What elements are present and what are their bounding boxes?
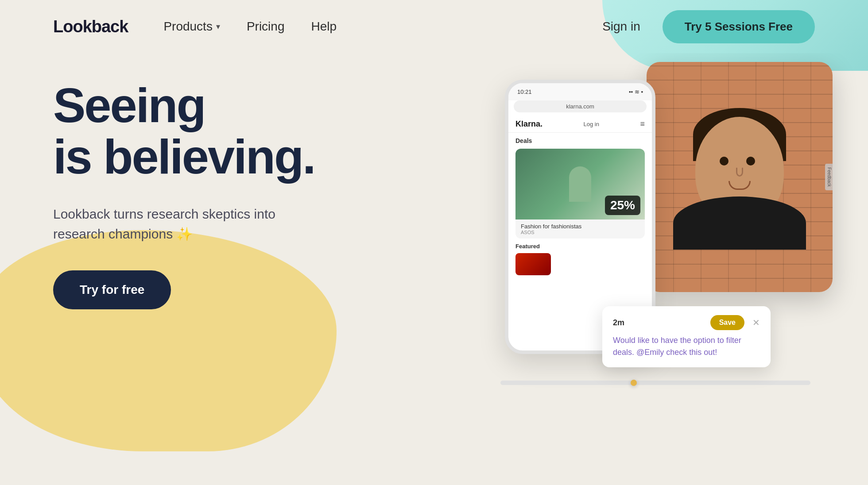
hero-image-area: Feedback 10:21 ▪▪ ≋ ▪ klarna.com Klarna.…: [478, 62, 833, 394]
nav-help[interactable]: Help: [311, 19, 337, 34]
featured-thumbnail: [515, 253, 551, 275]
progress-indicator: [631, 380, 637, 386]
comment-close-button[interactable]: ✕: [752, 317, 760, 328]
menu-icon[interactable]: ≡: [640, 119, 645, 129]
featured-label: Featured: [515, 243, 645, 250]
phone-icons: ▪▪ ≋ ▪: [629, 89, 643, 95]
chevron-down-icon: ▾: [216, 22, 220, 31]
hero-section: Seeing is believing. Lookback turns rese…: [0, 53, 868, 451]
comment-bubble: 2m Save ✕ Would like to have the option …: [602, 306, 771, 367]
phone-status-bar: 10:21 ▪▪ ≋ ▪: [508, 83, 652, 100]
comment-save-button[interactable]: Save: [710, 315, 744, 330]
shoulder-shape: [673, 196, 806, 250]
phone-content: Deals 25% Fashion for fashionistas ASOS …: [508, 133, 652, 280]
person-face: [678, 99, 802, 241]
nav-products[interactable]: Products ▾: [163, 19, 220, 34]
nose-shape: [736, 168, 743, 177]
comment-actions: Save ✕: [710, 315, 760, 330]
comment-header: 2m Save ✕: [613, 315, 760, 330]
deal-person-silhouette: [569, 166, 591, 202]
deal-discount-badge: 25%: [605, 196, 640, 215]
klarna-logo: Klarna.: [515, 119, 542, 129]
hero-content: Seeing is believing. Lookback turns rese…: [53, 80, 363, 309]
hero-subtitle: Lookback turns research skeptics into re…: [53, 204, 319, 244]
main-nav: Lookback Products ▾ Pricing Help Sign in…: [0, 0, 868, 53]
deal-text-area: Fashion for fashionistas ASOS: [515, 219, 645, 239]
deal-brand: ASOS: [521, 230, 639, 235]
try-sessions-button[interactable]: Try 5 Sessions Free: [663, 10, 815, 43]
brand-logo[interactable]: Lookback: [53, 17, 128, 36]
deal-title: Fashion for fashionistas: [521, 223, 639, 230]
nav-links: Products ▾ Pricing Help: [163, 19, 602, 34]
phone-browser-header: Klarna. Log in ≡: [508, 116, 652, 133]
phone-address-bar: klarna.com: [514, 100, 647, 112]
progress-bar: [500, 381, 810, 385]
nav-right: Sign in Try 5 Sessions Free: [602, 10, 815, 43]
deals-label: Deals: [515, 137, 645, 144]
comment-time: 2m: [613, 318, 624, 327]
deal-card: 25% Fashion for fashionistas ASOS: [515, 149, 645, 239]
person-card: Feedback: [647, 62, 833, 292]
brick-background: Feedback: [647, 62, 833, 292]
nav-pricing[interactable]: Pricing: [247, 19, 285, 34]
deal-image-area: 25%: [515, 149, 645, 219]
comment-text: Would like to have the option to filter …: [613, 335, 760, 358]
sign-in-link[interactable]: Sign in: [602, 19, 640, 34]
try-free-button[interactable]: Try for free: [53, 270, 171, 309]
feedback-sidebar-label: Feedback: [825, 164, 833, 190]
phone-login-link[interactable]: Log in: [584, 121, 599, 127]
phone-time: 10:21: [517, 89, 532, 95]
hero-title: Seeing is believing.: [53, 80, 363, 182]
eye-left: [720, 157, 728, 166]
eye-right: [746, 157, 755, 166]
